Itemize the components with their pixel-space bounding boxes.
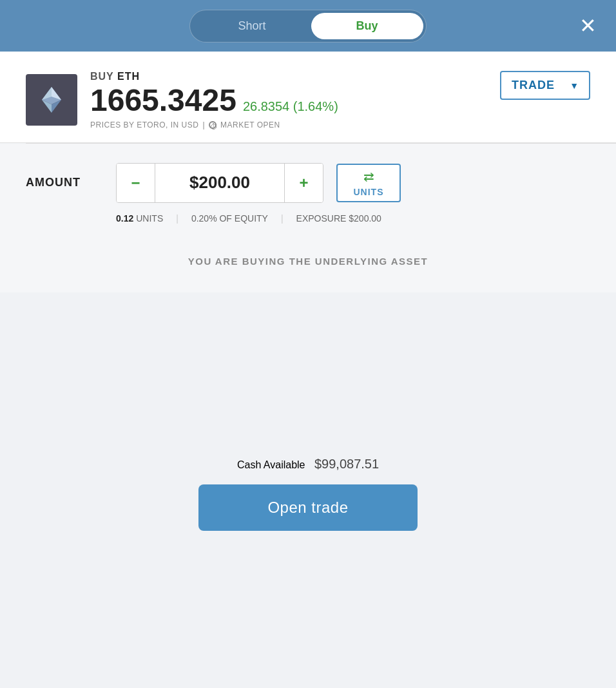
asset-info: BUY ETH 1665.3425 26.8354 (1.64%) PRICES… <box>26 71 338 129</box>
cash-available-row: Cash Available $99,087.51 <box>237 457 379 472</box>
price-meta: PRICES BY ETORO, IN USD | ⏱ MARKET OPEN <box>90 120 338 129</box>
asset-logo <box>26 74 77 126</box>
short-toggle-button[interactable]: Short <box>193 13 311 39</box>
asset-details: BUY ETH 1665.3425 26.8354 (1.64%) PRICES… <box>90 71 338 129</box>
exposure-value: EXPOSURE $200.00 <box>296 213 381 224</box>
amount-input[interactable] <box>155 164 284 202</box>
units-toggle-button[interactable]: ⇄ UNITS <box>336 164 401 202</box>
chevron-down-icon: ▼ <box>570 81 579 91</box>
increase-amount-button[interactable]: + <box>284 164 323 202</box>
units-value: 0.12 <box>116 213 133 224</box>
units-label: UNITS <box>354 187 384 197</box>
trade-dropdown-button[interactable]: TRADE ▼ <box>500 71 590 100</box>
asset-row: BUY ETH 1665.3425 26.8354 (1.64%) PRICES… <box>26 71 590 129</box>
buy-label: BUY ETH <box>90 71 338 82</box>
market-open-icon: ⏱ <box>209 121 217 129</box>
cash-available-amount: $99,087.51 <box>314 457 379 471</box>
bottom-section: Cash Available $99,087.51 Open trade <box>0 292 616 550</box>
eth-icon <box>35 84 68 116</box>
amount-meta: 0.12 UNITS | 0.20% OF EQUITY | EXPOSURE … <box>26 213 590 224</box>
close-button[interactable]: ✕ <box>579 15 597 36</box>
trade-dropdown-label: TRADE <box>512 79 555 92</box>
trade-type-toggle: Short Buy <box>189 10 426 43</box>
amount-row: AMOUNT − + ⇄ UNITS <box>26 163 590 203</box>
cash-available-label: Cash Available <box>237 459 305 470</box>
underlying-asset-notice: YOU ARE BUYING THE UNDERLYING ASSET <box>26 256 590 267</box>
open-trade-button[interactable]: Open trade <box>198 484 418 531</box>
equity-percent: 0.20% OF EQUITY <box>191 213 268 224</box>
amount-label: AMOUNT <box>26 176 103 189</box>
price-change: 26.8354 (1.64%) <box>243 99 338 114</box>
asset-price: 1665.3425 <box>90 84 236 118</box>
amount-controls: − + <box>116 163 323 203</box>
amount-section: AMOUNT − + ⇄ UNITS 0.12 UNITS | 0.20% OF… <box>0 144 616 243</box>
asset-info-section: BUY ETH 1665.3425 26.8354 (1.64%) PRICES… <box>0 52 616 143</box>
decrease-amount-button[interactable]: − <box>117 164 155 202</box>
header: Short Buy ✕ <box>0 0 616 52</box>
buy-toggle-button[interactable]: Buy <box>311 13 423 39</box>
notice-section: YOU ARE BUYING THE UNDERLYING ASSET <box>0 243 616 292</box>
swap-icon: ⇄ <box>363 169 374 184</box>
